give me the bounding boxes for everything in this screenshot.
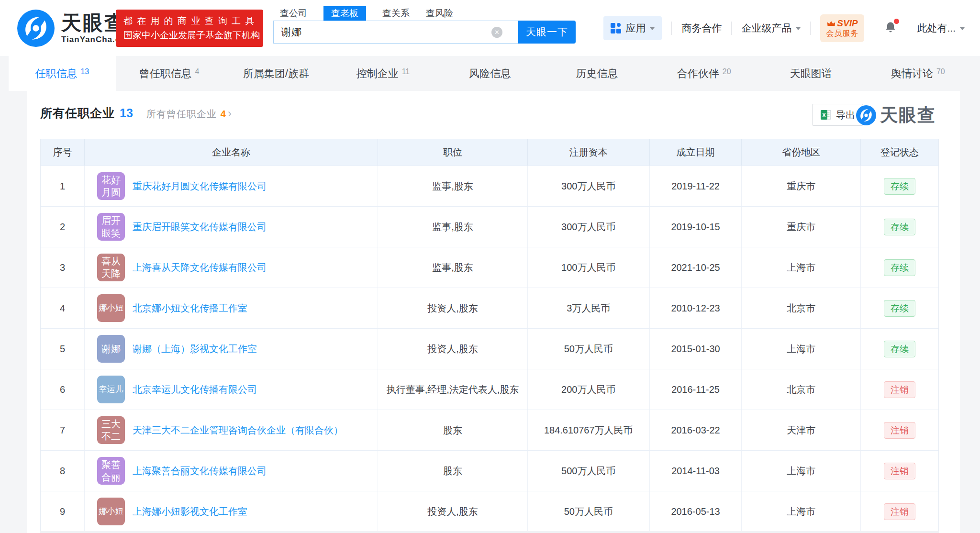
company-avatar-line: 三大 [101, 418, 121, 430]
tab-8[interactable]: 天眼图谱 [757, 56, 865, 91]
table-header-row: 序号企业名称职位注册资本成立日期省份地区登记状态 [41, 139, 938, 166]
cell-status: 存续 [861, 329, 938, 369]
tab-label: 所属集团/族群 [243, 67, 309, 81]
company-avatar[interactable]: 娜小妞 [97, 498, 125, 525]
cell-position: 股东 [378, 451, 528, 491]
cell-established-date: 2015-01-30 [650, 329, 742, 369]
user-menu[interactable]: 此处有... [917, 22, 956, 35]
company-avatar[interactable]: 幸运儿 [97, 376, 125, 403]
section-title-count: 13 [120, 106, 133, 120]
status-badge: 存续 [884, 259, 915, 276]
search-type-tab-4[interactable]: 查风险 [426, 6, 453, 21]
company-link[interactable]: 谢娜（上海）影视文化工作室 [133, 342, 257, 356]
company-link[interactable]: 重庆眉开眼笑文化传媒有限公司 [133, 220, 267, 234]
nav-divider [810, 22, 811, 35]
company-avatar[interactable]: 三大不二 [97, 416, 125, 444]
column-header-3: 职位 [378, 139, 528, 166]
cell-company: 娜小妞上海娜小妞影视文化工作室 [85, 491, 378, 532]
cell-status: 注销 [861, 491, 938, 532]
cell-status: 注销 [861, 451, 938, 491]
next-section-edge [40, 531, 939, 533]
cell-registered-capital: 200万人民币 [528, 369, 650, 410]
status-badge: 存续 [884, 178, 915, 195]
company-link[interactable]: 天津三大不二企业管理咨询合伙企业（有限合伙） [133, 423, 343, 437]
cell-index: 7 [41, 410, 85, 450]
search-type-tab-3[interactable]: 查关系 [382, 6, 410, 21]
chevron-down-icon [796, 27, 801, 33]
cell-status: 存续 [861, 247, 938, 288]
nav-business-cooperation[interactable]: 商务合作 [681, 22, 722, 35]
cell-province: 上海市 [742, 451, 861, 491]
tab-6[interactable]: 历史信息 [544, 56, 651, 91]
tab-label: 风险信息 [469, 67, 511, 81]
tab-3[interactable]: 所属集团/族群 [223, 56, 330, 91]
apps-menu[interactable]: 应用 [603, 16, 662, 40]
company-link[interactable]: 上海娜小妞影视文化工作室 [133, 504, 247, 519]
tab-label: 曾任职信息 [139, 67, 191, 81]
tab-1[interactable]: 任职信息13 [9, 56, 116, 91]
cell-registered-capital: 300万人民币 [528, 207, 650, 247]
company-link[interactable]: 重庆花好月圆文化传媒有限公司 [133, 179, 267, 193]
cell-established-date: 2019-11-22 [650, 166, 742, 206]
company-avatar[interactable]: 眉开眼笑 [97, 213, 125, 241]
cell-status: 存续 [861, 207, 938, 247]
tab-2[interactable]: 曾任职信息4 [116, 56, 223, 91]
cell-position: 股东 [378, 410, 528, 450]
cell-status: 注销 [861, 410, 938, 450]
positions-table: 序号企业名称职位注册资本成立日期省份地区登记状态 1花好月圆重庆花好月圆文化传媒… [40, 139, 939, 532]
company-avatar-line: 花好 [101, 174, 121, 186]
content-card: 所有任职企业 13 所有曾任职企业 4 › X 导出 [27, 91, 960, 533]
nav-enterprise-products[interactable]: 企业级产品 [741, 22, 791, 35]
company-avatar[interactable]: 谢娜 [97, 335, 125, 363]
notifications-bell-icon[interactable] [884, 21, 897, 36]
company-avatar[interactable]: 花好月圆 [97, 172, 125, 200]
chevron-right-icon[interactable]: › [228, 107, 232, 120]
tab-label: 历史信息 [576, 67, 618, 81]
export-label: 导出 [836, 109, 855, 122]
cell-index: 2 [41, 207, 85, 247]
status-badge: 注销 [884, 381, 915, 398]
status-badge: 注销 [884, 422, 915, 439]
cell-province: 北京市 [742, 369, 861, 410]
search-type-tab-1[interactable]: 查公司 [280, 6, 307, 21]
tianyancha-logo-icon [17, 10, 55, 47]
tab-4[interactable]: 控制企业11 [330, 56, 437, 91]
company-avatar[interactable]: 聚善合丽 [97, 457, 125, 485]
company-link[interactable]: 上海喜从天降文化传媒有限公司 [133, 260, 267, 275]
search-type-tab-2[interactable]: 查老板 [323, 6, 366, 21]
search-button[interactable]: 天眼一下 [518, 21, 576, 44]
column-header-6: 省份地区 [742, 139, 861, 166]
cell-registered-capital: 50万人民币 [528, 491, 650, 532]
cell-registered-capital: 100万人民币 [528, 247, 650, 288]
section-title: 所有任职企业 [40, 105, 115, 121]
promo-banner[interactable]: 都 在 用 的 商 业 查 询 工 具 国家中小企业发展子基金旗下机构 [116, 10, 263, 47]
clear-input-icon[interactable]: ✕ [491, 27, 502, 38]
cell-established-date: 2019-10-15 [650, 207, 742, 247]
table-row: 3喜从天降上海喜从天降文化传媒有限公司监事,股东100万人民币2021-10-2… [41, 247, 938, 288]
company-avatar[interactable]: 娜小妞 [97, 294, 125, 322]
cell-index: 8 [41, 451, 85, 491]
tab-5[interactable]: 风险信息 [436, 56, 544, 91]
cell-company: 喜从天降上海喜从天降文化传媒有限公司 [85, 247, 378, 288]
notification-dot [894, 19, 899, 24]
svip-member-service[interactable]: SVIP 会员服务 [820, 14, 864, 42]
tab-9[interactable]: 舆情讨论70 [865, 56, 972, 91]
search-input[interactable] [273, 21, 518, 44]
cell-index: 5 [41, 329, 85, 369]
company-link[interactable]: 北京娜小妞文化传播工作室 [133, 301, 247, 315]
former-companies-link[interactable]: 所有曾任职企业 [146, 108, 217, 121]
cell-company: 三大不二天津三大不二企业管理咨询合伙企业（有限合伙） [85, 410, 378, 450]
nav-divider [731, 22, 732, 35]
section-header: 所有任职企业 13 所有曾任职企业 4 › [40, 105, 232, 121]
company-avatar-line: 天降 [101, 267, 121, 280]
cell-position: 投资人,股东 [378, 329, 528, 369]
tab-7[interactable]: 合作伙伴20 [650, 56, 757, 91]
company-link[interactable]: 北京幸运儿文化传播有限公司 [133, 382, 257, 397]
company-link[interactable]: 上海聚善合丽文化传媒有限公司 [133, 464, 267, 478]
nav-divider [907, 22, 907, 35]
export-button[interactable]: X 导出 [812, 104, 863, 126]
company-avatar[interactable]: 喜从天降 [97, 254, 125, 281]
former-companies-count[interactable]: 4 [221, 109, 226, 120]
promo-banner-line1: 都 在 用 的 商 业 查 询 工 具 [123, 14, 256, 28]
profile-tabbar: 任职信息13曾任职信息4所属集团/族群控制企业11风险信息历史信息合作伙伴20天… [0, 56, 980, 91]
